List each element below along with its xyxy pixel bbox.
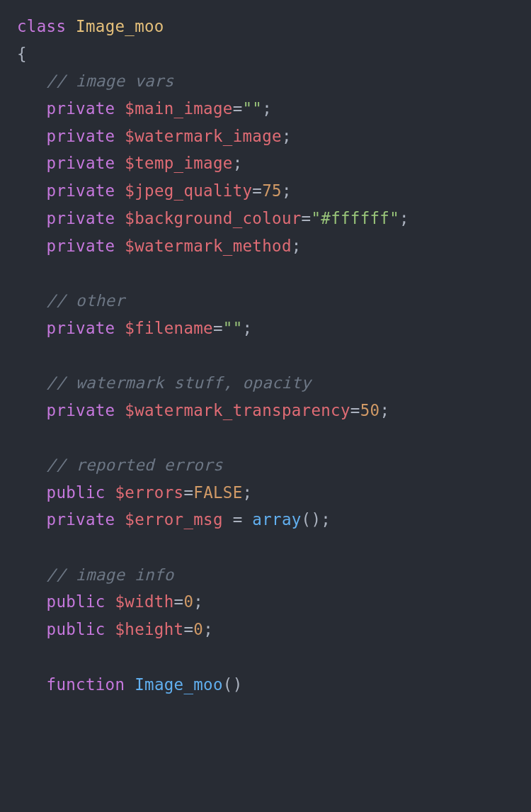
code-line: function Image_moo() [17, 671, 514, 699]
parens: () [223, 675, 243, 694]
semicolon: ; [203, 620, 213, 638]
variable: $main_image [125, 99, 232, 118]
variable: $background_colour [125, 209, 301, 227]
code-line: // image vars [17, 67, 514, 95]
code-line: private $main_image=""; [17, 95, 514, 123]
variable: $filename [125, 319, 213, 337]
code-line: private $filename=""; [17, 315, 514, 342]
code-line-empty [17, 259, 514, 287]
variable: $error_msg [125, 510, 222, 529]
code-line: // image info [17, 561, 514, 589]
keyword-private: private [47, 209, 115, 227]
operator: = [174, 592, 184, 611]
code-line: // watermark stuff, opacity [17, 369, 514, 397]
keyword-public: public [47, 592, 105, 611]
semicolon: ; [262, 99, 272, 118]
operator: = [223, 510, 253, 529]
code-line-empty [17, 342, 514, 369]
keyword-private: private [47, 401, 115, 419]
variable: $errors [115, 483, 183, 502]
operator: = [183, 483, 193, 502]
number: 0 [193, 620, 203, 638]
string: "" [243, 99, 263, 118]
operator: = [350, 401, 360, 419]
code-line-empty [17, 534, 514, 561]
keyword-private: private [47, 319, 115, 337]
keyword-function: function [47, 675, 125, 694]
operator: = [252, 181, 262, 200]
keyword-private: private [47, 510, 115, 529]
comment: // image info [47, 565, 174, 584]
keyword-private: private [47, 127, 115, 145]
semicolon: ; [282, 181, 292, 200]
semicolon: ; [193, 592, 203, 611]
code-editor[interactable]: class Image_moo { // image vars private … [17, 13, 514, 698]
operator: = [213, 319, 223, 337]
number: 0 [183, 592, 193, 611]
code-line: private $temp_image; [17, 150, 514, 177]
parens: () [302, 510, 321, 529]
operator: = [183, 620, 193, 638]
code-line: // other [17, 287, 514, 315]
code-line: public $width=0; [17, 588, 514, 616]
variable: $width [115, 592, 173, 611]
code-line: private $jpeg_quality=75; [17, 177, 514, 205]
number: 75 [262, 181, 282, 200]
string: "#ffffff" [311, 209, 399, 227]
code-line: public $height=0; [17, 616, 514, 643]
code-line: private $background_colour="#ffffff"; [17, 205, 514, 232]
variable: $watermark_image [125, 127, 282, 145]
code-line: public $errors=FALSE; [17, 479, 514, 507]
variable: $watermark_transparency [125, 401, 350, 419]
keyword-private: private [47, 99, 115, 118]
comment: // watermark stuff, opacity [47, 373, 312, 392]
semicolon: ; [233, 154, 243, 172]
keyword-private: private [47, 237, 115, 255]
keyword-private: private [47, 154, 115, 172]
code-line-empty [17, 424, 514, 451]
code-line: private $watermark_image; [17, 123, 514, 150]
variable: $height [115, 620, 183, 638]
keyword-public: public [47, 620, 105, 638]
code-line: // reported errors [17, 451, 514, 479]
open-brace: { [17, 45, 27, 63]
semicolon: ; [292, 237, 302, 255]
variable: $jpeg_quality [125, 181, 252, 200]
function-name: Image_moo [135, 675, 223, 694]
comment: // reported errors [47, 456, 223, 474]
class-name: Image_moo [76, 17, 164, 35]
semicolon: ; [243, 319, 253, 337]
keyword-public: public [47, 483, 105, 502]
string: "" [223, 319, 243, 337]
code-line-empty [17, 643, 514, 671]
semicolon: ; [282, 127, 292, 145]
semicolon: ; [379, 401, 389, 419]
code-line: private $watermark_transparency=50; [17, 397, 514, 424]
semicolon: ; [321, 510, 331, 529]
semicolon: ; [399, 209, 409, 227]
code-line: private $error_msg = array(); [17, 506, 514, 534]
semicolon: ; [243, 483, 253, 502]
code-line: { [17, 40, 514, 68]
code-line: private $watermark_method; [17, 232, 514, 260]
code-line: class Image_moo [17, 13, 514, 40]
keyword-private: private [47, 181, 115, 200]
number: 50 [360, 401, 380, 419]
operator: = [233, 99, 243, 118]
comment: // image vars [47, 72, 174, 90]
variable: $temp_image [125, 154, 232, 172]
keyword-class: class [17, 17, 66, 35]
comment: // other [47, 291, 125, 310]
operator: = [302, 209, 312, 227]
constant: FALSE [193, 483, 242, 502]
function: array [252, 510, 301, 529]
variable: $watermark_method [125, 237, 291, 255]
